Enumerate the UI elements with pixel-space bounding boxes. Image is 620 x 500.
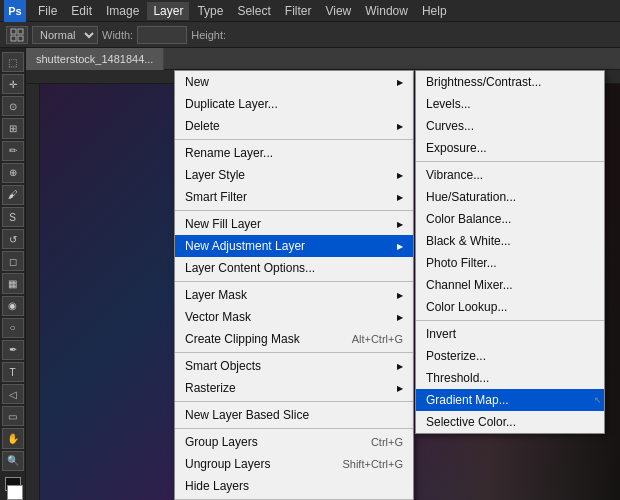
canvas-tab-bar: shutterstock_1481844... bbox=[26, 48, 620, 70]
tool-blur[interactable]: ◉ bbox=[2, 296, 24, 316]
submenu-vibrance[interactable]: Vibrance... bbox=[416, 164, 604, 186]
menu-select[interactable]: Select bbox=[231, 2, 276, 20]
width-input[interactable] bbox=[137, 26, 187, 44]
menu-file[interactable]: File bbox=[32, 2, 63, 20]
svg-rect-0 bbox=[11, 29, 16, 34]
menu-view[interactable]: View bbox=[319, 2, 357, 20]
canvas-area: shutterstock_1481844... New Duplicate La… bbox=[26, 48, 620, 500]
tool-options-icon bbox=[6, 26, 28, 44]
width-label: Width: bbox=[102, 29, 133, 41]
separator-2 bbox=[175, 210, 413, 211]
menu-item-rasterize[interactable]: Rasterize bbox=[175, 377, 413, 399]
layer-menu: New Duplicate Layer... Delete Rename Lay… bbox=[174, 70, 414, 500]
submenu-posterize[interactable]: Posterize... bbox=[416, 345, 604, 367]
submenu-invert[interactable]: Invert bbox=[416, 323, 604, 345]
menu-item-smart-objects[interactable]: Smart Objects bbox=[175, 355, 413, 377]
tool-stamp[interactable]: S bbox=[2, 207, 24, 227]
menu-help[interactable]: Help bbox=[416, 2, 453, 20]
adj-sep-2 bbox=[416, 320, 604, 321]
tool-eraser[interactable]: ◻ bbox=[2, 251, 24, 271]
separator-3 bbox=[175, 281, 413, 282]
tool-lasso[interactable]: ⊙ bbox=[2, 96, 24, 116]
menu-item-layer-mask[interactable]: Layer Mask bbox=[175, 284, 413, 306]
menu-item-ungroup-layers[interactable]: Ungroup Layers Shift+Ctrl+G bbox=[175, 453, 413, 475]
separator-1 bbox=[175, 139, 413, 140]
ruler-left bbox=[26, 84, 40, 500]
tool-hand[interactable]: ✋ bbox=[2, 428, 24, 448]
menu-item-new-fill[interactable]: New Fill Layer bbox=[175, 213, 413, 235]
app-logo: Ps bbox=[4, 0, 26, 22]
submenu-color-lookup[interactable]: Color Lookup... bbox=[416, 296, 604, 318]
submenu-curves[interactable]: Curves... bbox=[416, 115, 604, 137]
options-bar: Normal Multiply Screen Width: Height: bbox=[0, 22, 620, 48]
menu-item-duplicate[interactable]: Duplicate Layer... bbox=[175, 93, 413, 115]
tool-marquee[interactable]: ⬚ bbox=[2, 52, 24, 72]
menu-item-new-adj[interactable]: New Adjustment Layer bbox=[175, 235, 413, 257]
menu-item-clipping-mask[interactable]: Create Clipping Mask Alt+Ctrl+G bbox=[175, 328, 413, 350]
adj-layer-submenu: Brightness/Contrast... Levels... Curves.… bbox=[415, 70, 605, 434]
submenu-photo-filter[interactable]: Photo Filter... bbox=[416, 252, 604, 274]
height-label: Height: bbox=[191, 29, 226, 41]
separator-5 bbox=[175, 401, 413, 402]
left-toolbar: ⬚ ✛ ⊙ ⊞ ✏ ⊕ 🖌 S ↺ ◻ ▦ ◉ ○ ✒ T ◁ ▭ ✋ 🔍 bbox=[0, 48, 26, 500]
separator-6 bbox=[175, 428, 413, 429]
submenu-threshold[interactable]: Threshold... bbox=[416, 367, 604, 389]
separator-4 bbox=[175, 352, 413, 353]
tool-history[interactable]: ↺ bbox=[2, 229, 24, 249]
menu-item-new[interactable]: New bbox=[175, 71, 413, 93]
submenu-exposure[interactable]: Exposure... bbox=[416, 137, 604, 159]
tool-eyedropper[interactable]: ✏ bbox=[2, 141, 24, 161]
submenu-hue-sat[interactable]: Hue/Saturation... bbox=[416, 186, 604, 208]
tool-text[interactable]: T bbox=[2, 362, 24, 382]
menu-item-delete[interactable]: Delete bbox=[175, 115, 413, 137]
menu-type[interactable]: Type bbox=[191, 2, 229, 20]
adj-sep-1 bbox=[416, 161, 604, 162]
menu-item-layer-content[interactable]: Layer Content Options... bbox=[175, 257, 413, 279]
tool-healing[interactable]: ⊕ bbox=[2, 163, 24, 183]
menu-edit[interactable]: Edit bbox=[65, 2, 98, 20]
tool-gradient[interactable]: ▦ bbox=[2, 273, 24, 293]
menu-item-smart-filter[interactable]: Smart Filter bbox=[175, 186, 413, 208]
tool-move[interactable]: ✛ bbox=[2, 74, 24, 94]
menu-item-vector-mask[interactable]: Vector Mask bbox=[175, 306, 413, 328]
mode-select[interactable]: Normal Multiply Screen bbox=[32, 26, 98, 44]
submenu-gradient-map[interactable]: Gradient Map... ↖ bbox=[416, 389, 604, 411]
tool-path[interactable]: ◁ bbox=[2, 384, 24, 404]
menu-item-rename[interactable]: Rename Layer... bbox=[175, 142, 413, 164]
menu-image[interactable]: Image bbox=[100, 2, 145, 20]
menu-window[interactable]: Window bbox=[359, 2, 414, 20]
submenu-levels[interactable]: Levels... bbox=[416, 93, 604, 115]
tool-zoom[interactable]: 🔍 bbox=[2, 451, 24, 471]
tool-crop[interactable]: ⊞ bbox=[2, 118, 24, 138]
tool-dodge[interactable]: ○ bbox=[2, 318, 24, 338]
svg-rect-1 bbox=[18, 29, 23, 34]
submenu-channel-mixer[interactable]: Channel Mixer... bbox=[416, 274, 604, 296]
svg-rect-3 bbox=[18, 36, 23, 41]
menu-layer[interactable]: Layer bbox=[147, 2, 189, 20]
submenu-color-balance[interactable]: Color Balance... bbox=[416, 208, 604, 230]
submenu-brightness[interactable]: Brightness/Contrast... bbox=[416, 71, 604, 93]
svg-rect-2 bbox=[11, 36, 16, 41]
tool-shape[interactable]: ▭ bbox=[2, 406, 24, 426]
submenu-black-white[interactable]: Black & White... bbox=[416, 230, 604, 252]
background-color[interactable] bbox=[7, 485, 23, 500]
tool-brush[interactable]: 🖌 bbox=[2, 185, 24, 205]
canvas-tab-item[interactable]: shutterstock_1481844... bbox=[26, 48, 164, 70]
menu-item-group-layers[interactable]: Group Layers Ctrl+G bbox=[175, 431, 413, 453]
menu-filter[interactable]: Filter bbox=[279, 2, 318, 20]
menu-item-layer-based-slice[interactable]: New Layer Based Slice bbox=[175, 404, 413, 426]
workspace: ⬚ ✛ ⊙ ⊞ ✏ ⊕ 🖌 S ↺ ◻ ▦ ◉ ○ ✒ T ◁ ▭ ✋ 🔍 sh… bbox=[0, 48, 620, 500]
submenu-selective-color[interactable]: Selective Color... bbox=[416, 411, 604, 433]
menu-bar: Ps File Edit Image Layer Type Select Fil… bbox=[0, 0, 620, 22]
menu-item-hide-layers[interactable]: Hide Layers bbox=[175, 475, 413, 497]
tool-pen[interactable]: ✒ bbox=[2, 340, 24, 360]
menu-item-layer-style[interactable]: Layer Style bbox=[175, 164, 413, 186]
